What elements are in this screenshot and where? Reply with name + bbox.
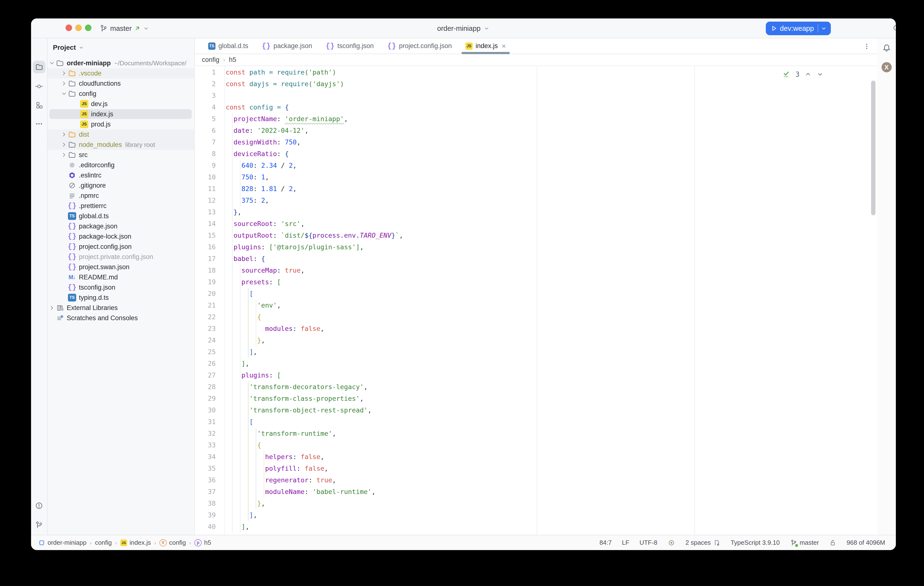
tree-item-Scratches and Consoles[interactable]: Scratches and Consoles — [48, 313, 194, 323]
language-version-widget[interactable]: TypeScript 3.9.10 — [731, 539, 780, 546]
cursor-position-widget[interactable]: 84:7 — [599, 539, 612, 546]
tab-options-kebab-icon[interactable] — [863, 38, 870, 54]
chevron-right-icon[interactable] — [60, 131, 68, 138]
tree-item-README.md[interactable]: M↓README.md — [48, 272, 194, 282]
line-number[interactable]: 37 — [195, 486, 224, 498]
line-number[interactable]: 33 — [195, 439, 224, 451]
line-number[interactable]: 15 — [195, 230, 224, 241]
chevron-right-icon[interactable] — [48, 304, 56, 312]
line-number[interactable]: 38 — [195, 498, 224, 509]
line-number[interactable]: 32 — [195, 428, 224, 439]
line-number[interactable]: 2 — [195, 78, 224, 90]
chevron-right-icon[interactable] — [60, 70, 68, 77]
line-number[interactable]: 21 — [195, 300, 224, 311]
tree-item-project.swan.json[interactable]: {}project.swan.json — [48, 262, 194, 272]
tree-item-External Libraries[interactable]: External Libraries — [48, 303, 194, 313]
line-number[interactable]: 10 — [195, 171, 224, 183]
line-number[interactable]: 1 — [195, 66, 224, 78]
next-problem-chevron[interactable] — [817, 71, 824, 78]
editor-scrollbar[interactable] — [871, 81, 876, 215]
tree-item-config[interactable]: config — [48, 89, 194, 99]
line-number[interactable]: 27 — [195, 369, 224, 381]
inspections-widget[interactable]: 3 — [782, 70, 824, 79]
line-number[interactable]: 11 — [195, 183, 224, 195]
indent-widget[interactable]: 2 spaces — [685, 539, 720, 546]
tab-index.js[interactable]: JSindex.js× — [459, 38, 513, 54]
tab-package.json[interactable]: {}package.json — [255, 38, 319, 54]
git-branch-widget[interactable]: master — [99, 18, 149, 38]
tab-global.d.ts[interactable]: TSglobal.d.ts — [201, 38, 255, 54]
breadcrumb-config[interactable]: config — [202, 56, 219, 64]
status-breadcrumb-config[interactable]: config — [95, 539, 112, 546]
lock-widget[interactable] — [829, 539, 837, 546]
tree-item-.editorconfig[interactable]: .editorconfig — [48, 160, 194, 170]
structure-tool-button[interactable] — [33, 99, 45, 111]
line-number[interactable]: 22 — [195, 311, 224, 323]
line-number[interactable]: 13 — [195, 206, 224, 218]
close-window-button[interactable] — [66, 25, 72, 31]
status-breadcrumb-config[interactable]: Vconfig — [159, 539, 186, 546]
tree-item-node_modules[interactable]: node_moduleslibrary root — [48, 139, 194, 150]
status-breadcrumb-index.js[interactable]: JSindex.js — [120, 539, 151, 546]
line-number[interactable]: 36 — [195, 474, 224, 486]
line-number[interactable]: 31 — [195, 416, 224, 428]
tree-item-.gitignore[interactable]: .gitignore — [48, 180, 194, 190]
line-number[interactable]: 4 — [195, 101, 224, 113]
run-options-chevron[interactable] — [818, 25, 829, 31]
line-number[interactable]: 25 — [195, 346, 224, 358]
line-number[interactable]: 19 — [195, 276, 224, 288]
status-breadcrumb-h5[interactable]: ph5 — [195, 539, 211, 546]
tree-item-tsconfig.json[interactable]: {}tsconfig.json — [48, 282, 194, 293]
line-number[interactable]: 16 — [195, 241, 224, 253]
close-icon[interactable]: × — [502, 43, 506, 50]
more-tools-button[interactable] — [33, 118, 45, 130]
line-number[interactable]: 6 — [195, 125, 224, 136]
line-number[interactable]: 8 — [195, 148, 224, 160]
line-number[interactable]: 14 — [195, 218, 224, 230]
chevron-right-icon[interactable] — [60, 151, 68, 159]
memory-indicator-widget[interactable]: 968 of 4096M — [846, 539, 885, 546]
highlighting-level-icon[interactable] — [668, 539, 675, 547]
zoom-window-button[interactable] — [85, 25, 91, 31]
search-everywhere-button[interactable] — [892, 23, 896, 33]
line-number[interactable]: 9 — [195, 160, 224, 171]
chevron-down-icon[interactable] — [60, 90, 68, 98]
line-number[interactable]: 35 — [195, 463, 224, 474]
line-number[interactable]: 40 — [195, 521, 224, 533]
commit-tool-button[interactable] — [33, 80, 45, 93]
git-branch-status-widget[interactable]: master — [790, 539, 819, 546]
status-breadcrumb-order-miniapp[interactable]: order-miniapp — [38, 539, 86, 546]
line-number[interactable]: 17 — [195, 253, 224, 265]
line-number[interactable]: 34 — [195, 451, 224, 463]
minimize-window-button[interactable] — [75, 25, 82, 31]
tree-item-index.js[interactable]: JSindex.js — [48, 109, 194, 119]
tree-item-.npmrc[interactable]: .npmrc — [48, 190, 194, 201]
tree-item-package.json[interactable]: {}package.json — [48, 221, 194, 231]
line-number[interactable]: 20 — [195, 288, 224, 300]
line-number[interactable]: 5 — [195, 113, 224, 125]
line-number[interactable]: 28 — [195, 381, 224, 393]
project-tool-button[interactable] — [33, 61, 45, 73]
tree-item-src[interactable]: src — [48, 150, 194, 160]
tree-item-.vscode[interactable]: .vscode — [48, 68, 194, 78]
tree-item-.prettierrc[interactable]: {}.prettierrc — [48, 201, 194, 211]
line-ending-widget[interactable]: LF — [622, 539, 629, 546]
encoding-widget[interactable]: UTF-8 — [639, 539, 657, 546]
tree-item-prod.js[interactable]: JSprod.js — [48, 119, 194, 129]
tree-item-project.config.json[interactable]: {}project.config.json — [48, 242, 194, 252]
code-editor[interactable]: 1const path = require('path')2const dayj… — [195, 66, 877, 535]
tree-item-.eslintrc[interactable]: .eslintrc — [48, 170, 194, 180]
project-panel-header[interactable]: Project — [53, 44, 84, 51]
tree-item-global.d.ts[interactable]: TSglobal.d.ts — [48, 211, 194, 221]
tree-item-package-lock.json[interactable]: {}package-lock.json — [48, 231, 194, 242]
plugin-avatar-icon[interactable]: X — [881, 62, 892, 72]
line-number[interactable]: 18 — [195, 265, 224, 276]
tree-item-dist[interactable]: dist — [48, 129, 194, 139]
line-number[interactable]: 29 — [195, 393, 224, 404]
tree-item-cloudfunctions[interactable]: cloudfunctions — [48, 78, 194, 89]
line-number[interactable]: 24 — [195, 334, 224, 346]
tab-tsconfig.json[interactable]: {}tsconfig.json — [319, 38, 381, 54]
line-number[interactable]: 23 — [195, 323, 224, 334]
breadcrumb-h5[interactable]: h5 — [229, 56, 236, 64]
line-number[interactable]: 12 — [195, 195, 224, 206]
